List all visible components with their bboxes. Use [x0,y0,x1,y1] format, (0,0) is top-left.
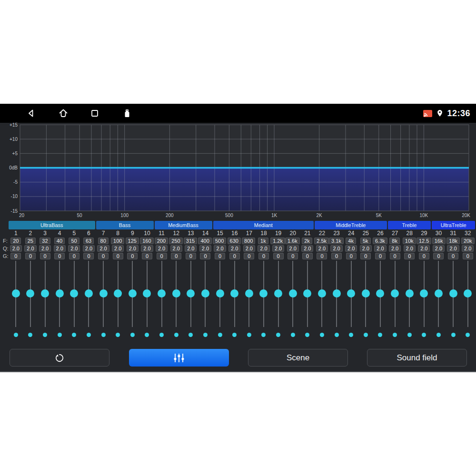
gain-value-cell[interactable]: 0 [10,253,21,259]
back-icon[interactable] [25,108,37,119]
gain-fader[interactable] [184,261,198,327]
fader-knob[interactable] [12,289,20,298]
gain-fader[interactable] [140,261,155,327]
freq-value-cell[interactable]: 32 [40,238,50,244]
q-value-cell[interactable]: 2.0 [228,245,240,252]
q-value-cell[interactable]: 2.0 [243,245,255,252]
gain-fader[interactable] [358,261,373,327]
gain-fader[interactable] [81,261,96,327]
q-value-cell[interactable]: 2.0 [141,245,153,252]
gain-fader[interactable] [460,261,475,327]
freq-value-cell[interactable]: 16k [432,238,446,244]
fader-knob[interactable] [56,289,64,298]
fader-knob[interactable] [158,289,166,298]
fader-knob[interactable] [143,289,151,298]
gain-fader[interactable] [257,261,271,327]
gain-value-cell[interactable]: 0 [448,253,458,259]
gain-value-cell[interactable]: 0 [244,253,254,259]
freq-value-cell[interactable]: 200 [155,238,168,244]
freq-value-cell[interactable]: 1.2k [270,238,285,244]
fader-knob[interactable] [245,289,253,298]
gain-fader[interactable] [417,261,432,327]
fader-knob[interactable] [172,289,180,298]
q-value-cell[interactable]: 2.0 [10,245,22,252]
gain-fader[interactable] [154,261,169,327]
gain-value-cell[interactable]: 0 [186,253,196,259]
gain-value-cell[interactable]: 0 [375,253,386,259]
gain-value-cell[interactable]: 0 [98,253,109,259]
freq-value-cell[interactable]: 1.6k [285,238,300,244]
freq-value-cell[interactable]: 500 [213,238,226,244]
q-value-cell[interactable]: 2.0 [112,245,124,252]
gain-value-cell[interactable]: 0 [83,253,94,259]
reset-button[interactable] [10,349,109,367]
gain-value-cell[interactable]: 0 [127,253,138,259]
q-value-cell[interactable]: 2.0 [272,245,284,252]
q-value-cell[interactable]: 2.0 [404,245,416,252]
gain-fader[interactable] [300,261,315,327]
gain-fader[interactable] [9,261,23,327]
gain-value-cell[interactable]: 0 [113,253,123,259]
freq-value-cell[interactable]: 80 [98,238,109,244]
fader-knob[interactable] [129,289,137,298]
q-value-cell[interactable]: 2.0 [433,245,445,252]
gain-fader[interactable] [431,261,446,327]
q-value-cell[interactable]: 2.0 [360,245,372,252]
gain-fader[interactable] [344,261,358,327]
fader-knob[interactable] [303,289,311,298]
fader-knob[interactable] [406,289,414,298]
freq-value-cell[interactable]: 2.5k [314,238,329,244]
gain-fader[interactable] [446,261,461,327]
gain-value-cell[interactable]: 0 [331,253,342,259]
gain-value-cell[interactable]: 0 [288,253,298,259]
freq-value-cell[interactable]: 18k [446,238,460,244]
fader-knob[interactable] [420,289,428,298]
fader-knob[interactable] [259,289,268,298]
q-value-cell[interactable]: 2.0 [258,245,269,252]
fader-knob[interactable] [230,289,238,298]
freq-value-cell[interactable]: 2k [302,238,312,244]
q-value-cell[interactable]: 2.0 [462,245,474,252]
q-value-cell[interactable]: 2.0 [39,245,51,252]
fader-knob[interactable] [362,289,370,298]
freq-value-cell[interactable]: 160 [140,238,153,244]
gain-value-cell[interactable]: 0 [433,253,444,259]
fader-knob[interactable] [41,289,49,298]
q-value-cell[interactable]: 2.0 [24,245,36,252]
fader-knob[interactable] [333,289,341,298]
q-value-cell[interactable]: 2.0 [156,245,168,252]
gain-value-cell[interactable]: 0 [142,253,152,259]
fader-knob[interactable] [274,289,282,298]
fader-knob[interactable] [99,289,108,298]
q-value-cell[interactable]: 2.0 [301,245,313,252]
freq-value-cell[interactable]: 10k [403,238,416,244]
gain-fader[interactable] [286,261,300,327]
freq-value-cell[interactable]: 630 [228,238,241,244]
equalizer-button[interactable] [129,349,229,367]
fader-knob[interactable] [464,289,472,298]
gain-fader[interactable] [169,261,184,327]
fader-knob[interactable] [216,289,224,298]
fader-knob[interactable] [391,289,399,298]
freq-value-cell[interactable]: 1k [258,238,268,244]
gain-value-cell[interactable]: 0 [40,253,50,259]
gain-value-cell[interactable]: 0 [200,253,210,259]
fader-knob[interactable] [114,289,122,298]
freq-value-cell[interactable]: 100 [111,238,124,244]
gain-fader[interactable] [387,261,402,327]
gain-fader[interactable] [402,261,417,327]
home-icon[interactable] [58,108,69,119]
q-value-cell[interactable]: 2.0 [199,245,211,252]
freq-value-cell[interactable]: 250 [169,238,182,244]
q-value-cell[interactable]: 2.0 [418,245,430,252]
gain-value-cell[interactable]: 0 [171,253,181,259]
freq-value-cell[interactable]: 6.3k [373,238,387,244]
freq-value-cell[interactable]: 63 [83,238,94,244]
fader-knob[interactable] [435,289,443,298]
fader-knob[interactable] [289,289,297,298]
fader-knob[interactable] [318,289,326,298]
freq-value-cell[interactable]: 50 [69,238,79,244]
freq-value-cell[interactable]: 25 [25,238,36,244]
gain-fader[interactable] [242,261,257,327]
q-value-cell[interactable]: 2.0 [316,245,328,252]
